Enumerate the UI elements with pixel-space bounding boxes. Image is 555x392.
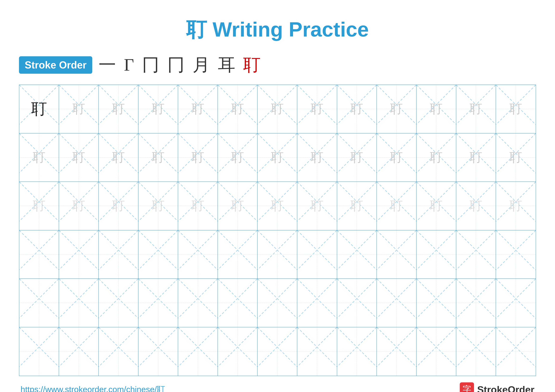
grid-cell[interactable] <box>496 230 536 279</box>
grid-cell[interactable]: 耵 <box>496 134 536 182</box>
grid-cell[interactable] <box>337 327 377 376</box>
grid-cell[interactable]: 耵 <box>139 182 178 230</box>
grid-cell[interactable]: 耵 <box>99 182 139 230</box>
grid-cell[interactable]: 耵 <box>377 85 416 133</box>
grid-cell[interactable] <box>59 327 99 376</box>
grid-cell[interactable] <box>258 279 297 327</box>
grid-cell[interactable]: 耵 <box>496 182 536 230</box>
grid-cell[interactable] <box>218 230 258 279</box>
grid-cell[interactable] <box>139 279 178 327</box>
grid-cell[interactable] <box>496 327 536 376</box>
grid-cell[interactable] <box>416 279 456 327</box>
grid-cell[interactable]: 耵 <box>416 182 456 230</box>
svg-line-132 <box>59 327 98 367</box>
grid-cell[interactable]: 耵 <box>59 134 99 182</box>
grid-cell[interactable]: 耵 <box>19 85 59 133</box>
svg-line-139 <box>178 327 218 367</box>
grid-cell[interactable] <box>377 230 416 279</box>
grid-cell[interactable] <box>456 279 496 327</box>
grid-cell[interactable] <box>19 279 59 327</box>
grid-cell[interactable] <box>59 230 99 279</box>
practice-char: 耵 <box>430 149 443 166</box>
grid-cell[interactable]: 耵 <box>178 85 218 133</box>
grid-cell[interactable] <box>456 327 496 376</box>
grid-cell[interactable]: 耵 <box>258 134 297 182</box>
grid-cell[interactable] <box>19 327 59 376</box>
grid-cell[interactable]: 耵 <box>218 182 258 230</box>
grid-cell[interactable] <box>337 279 377 327</box>
grid-cell[interactable] <box>178 279 218 327</box>
grid-cell[interactable]: 耵 <box>178 134 218 182</box>
grid-cell[interactable]: 耵 <box>258 182 297 230</box>
practice-char: 耵 <box>152 197 165 214</box>
grid-cell[interactable] <box>19 230 59 279</box>
practice-char: 耵 <box>271 149 284 166</box>
practice-char: 耵 <box>152 100 165 117</box>
grid-cell[interactable] <box>416 327 456 376</box>
svg-line-109 <box>99 279 138 318</box>
grid-cell[interactable]: 耵 <box>416 85 456 133</box>
practice-grid: 耵 耵 耵 耵 耵 耵 耵 <box>19 85 536 376</box>
grid-cell[interactable]: 耵 <box>218 85 258 133</box>
grid-cell[interactable]: 耵 <box>456 134 496 182</box>
grid-cell[interactable]: 耵 <box>297 182 337 230</box>
grid-cell[interactable] <box>496 279 536 327</box>
svg-line-127 <box>456 279 496 318</box>
title-chinese: 耵 <box>186 18 207 41</box>
grid-cell[interactable] <box>178 230 218 279</box>
grid-cell[interactable]: 耵 <box>139 85 178 133</box>
grid-cell[interactable]: 耵 <box>99 134 139 182</box>
svg-line-88 <box>218 230 257 270</box>
grid-cell[interactable]: 耵 <box>258 85 297 133</box>
grid-cell[interactable]: 耵 <box>456 85 496 133</box>
grid-cell[interactable] <box>297 230 337 279</box>
grid-cell[interactable] <box>377 279 416 327</box>
grid-cell[interactable] <box>377 327 416 376</box>
grid-cell[interactable]: 耵 <box>218 134 258 182</box>
grid-cell[interactable] <box>218 279 258 327</box>
grid-cell[interactable] <box>218 327 258 376</box>
grid-cell[interactable]: 耵 <box>377 182 416 230</box>
grid-cell[interactable] <box>258 327 297 376</box>
grid-cell[interactable] <box>297 279 337 327</box>
svg-line-135 <box>99 327 138 367</box>
grid-cell[interactable]: 耵 <box>297 134 337 182</box>
grid-cell[interactable]: 耵 <box>337 182 377 230</box>
svg-line-100 <box>456 230 496 270</box>
grid-cell[interactable]: 耵 <box>377 134 416 182</box>
footer-url[interactable]: https://www.strokeorder.com/chinese/耵 <box>21 384 165 392</box>
grid-cell[interactable]: 耵 <box>337 134 377 182</box>
grid-cell[interactable] <box>456 230 496 279</box>
grid-cell[interactable] <box>99 279 139 327</box>
grid-cell[interactable]: 耵 <box>19 134 59 182</box>
practice-char: 耵 <box>351 149 363 166</box>
grid-cell[interactable]: 耵 <box>178 182 218 230</box>
grid-cell[interactable] <box>297 327 337 376</box>
practice-char: 耵 <box>33 197 45 214</box>
grid-cell[interactable]: 耵 <box>416 134 456 182</box>
svg-line-110 <box>139 279 178 318</box>
grid-cell[interactable]: 耵 <box>496 85 536 133</box>
grid-cell[interactable]: 耵 <box>19 182 59 230</box>
svg-line-126 <box>456 279 496 318</box>
grid-cell[interactable]: 耵 <box>337 85 377 133</box>
grid-cell[interactable]: 耵 <box>99 85 139 133</box>
svg-line-151 <box>416 327 456 367</box>
grid-cell[interactable]: 耵 <box>297 85 337 133</box>
grid-cell[interactable] <box>139 327 178 376</box>
grid-cell[interactable] <box>99 230 139 279</box>
grid-cell[interactable] <box>139 230 178 279</box>
grid-row-2: 耵 耵 耵 耵 耵 耵 耵 <box>19 134 536 182</box>
grid-cell[interactable] <box>99 327 139 376</box>
svg-line-146 <box>337 327 377 367</box>
grid-cell[interactable]: 耵 <box>59 182 99 230</box>
grid-cell[interactable]: 耵 <box>456 182 496 230</box>
svg-line-122 <box>377 279 416 318</box>
grid-cell[interactable]: 耵 <box>139 134 178 182</box>
grid-cell[interactable] <box>416 230 456 279</box>
grid-cell[interactable] <box>59 279 99 327</box>
grid-cell[interactable] <box>258 230 297 279</box>
grid-cell[interactable]: 耵 <box>59 85 99 133</box>
grid-cell[interactable] <box>178 327 218 376</box>
grid-cell[interactable] <box>337 230 377 279</box>
